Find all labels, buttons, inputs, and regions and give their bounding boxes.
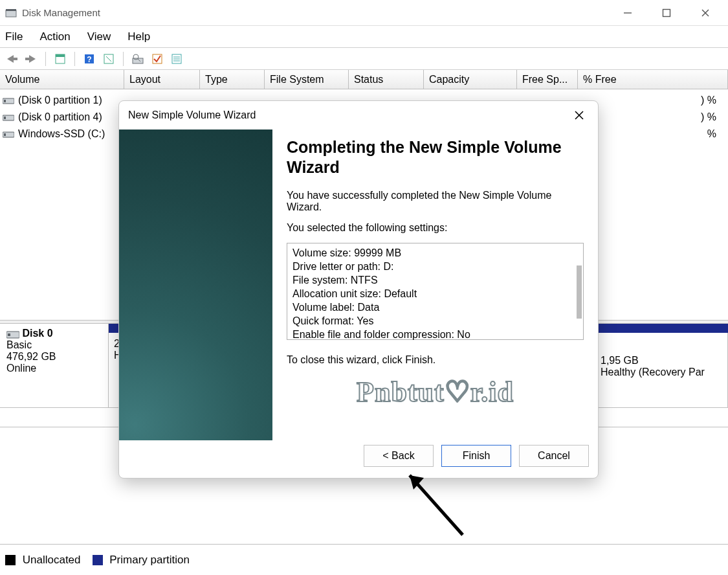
setting-line: Volume label: Data bbox=[292, 300, 578, 314]
partition-size-hint: 2 bbox=[114, 338, 115, 350]
col-filesystem[interactable]: File System bbox=[265, 70, 349, 89]
app-icon bbox=[5, 7, 17, 19]
window-controls bbox=[617, 2, 723, 24]
partition-status: Healthy (Recovery Par bbox=[601, 366, 722, 378]
drive-icon bbox=[3, 130, 14, 139]
svg-rect-0 bbox=[6, 10, 16, 17]
volume-pct: ) % bbox=[701, 111, 725, 123]
help-button[interactable]: ? bbox=[82, 51, 97, 67]
setting-line: Enable file and folder compression: No bbox=[292, 328, 578, 341]
volume-pct: % bbox=[707, 128, 725, 140]
toolbar-separator bbox=[74, 52, 75, 66]
disk-name: Disk 0 bbox=[22, 328, 52, 339]
partition-size: 1,95 GB bbox=[601, 355, 722, 366]
disk-info[interactable]: Disk 0 Basic 476,92 GB Online bbox=[0, 324, 109, 407]
disk-size: 476,92 GB bbox=[6, 351, 102, 363]
setting-line: Quick format: Yes bbox=[292, 314, 578, 328]
wizard-title: New Simple Volume Wizard bbox=[128, 109, 256, 121]
drive-icon bbox=[3, 113, 14, 122]
disk-icon bbox=[6, 329, 19, 339]
scrollbar-thumb[interactable] bbox=[577, 265, 582, 319]
properties-button[interactable] bbox=[52, 51, 68, 67]
wizard-close-button[interactable] bbox=[569, 106, 589, 125]
legend: Unallocated Primary partition bbox=[0, 544, 728, 575]
wizard-close-hint: To close this wizard, click Finish. bbox=[287, 354, 584, 366]
menu-help[interactable]: Help bbox=[127, 30, 150, 43]
col-freespace[interactable]: Free Sp... bbox=[517, 70, 578, 89]
wizard-success-text: You have successfully completed the New … bbox=[287, 190, 584, 213]
minimize-button[interactable] bbox=[617, 2, 639, 24]
svg-rect-22 bbox=[4, 100, 6, 102]
partition-cell[interactable]: 1,95 GB Healthy (Recovery Par bbox=[595, 324, 728, 407]
rescan-button[interactable] bbox=[130, 51, 146, 67]
wizard-heading: Completing the New Simple Volume Wizard bbox=[287, 137, 584, 178]
volume-name: (Disk 0 partition 4) bbox=[18, 111, 102, 123]
menu-view[interactable]: View bbox=[87, 30, 111, 43]
annotation-arrow-icon bbox=[398, 464, 476, 541]
menu-file[interactable]: File bbox=[5, 30, 23, 43]
col-layout[interactable]: Layout bbox=[124, 70, 200, 89]
column-headers: Volume Layout Type File System Status Ca… bbox=[0, 70, 728, 89]
svg-rect-9 bbox=[56, 54, 65, 57]
wizard-titlebar: New Simple Volume Wizard bbox=[119, 101, 598, 130]
watermark: Pnbtut♡r.id bbox=[287, 375, 584, 409]
toolbar: ? bbox=[0, 48, 728, 70]
toolbar-separator bbox=[123, 52, 124, 66]
drive-icon bbox=[3, 96, 14, 105]
setting-line: File system: NTFS bbox=[292, 273, 578, 287]
col-capacity[interactable]: Capacity bbox=[424, 70, 517, 89]
partition-status-hint: H bbox=[114, 350, 115, 361]
legend-primary: Primary partition bbox=[93, 554, 190, 567]
svg-rect-7 bbox=[25, 58, 30, 60]
check-button[interactable] bbox=[149, 51, 165, 67]
svg-rect-26 bbox=[4, 133, 6, 136]
swatch-unallocated-icon bbox=[5, 555, 16, 565]
legend-unallocated: Unallocated bbox=[5, 554, 81, 567]
setting-line: Allocation unit size: Default bbox=[292, 287, 578, 300]
svg-rect-24 bbox=[4, 117, 6, 119]
wizard-selected-intro: You selected the following settings: bbox=[287, 222, 584, 234]
refresh-button[interactable] bbox=[101, 51, 116, 67]
svg-rect-1 bbox=[6, 9, 16, 11]
wizard-dialog: New Simple Volume Wizard Completing the … bbox=[118, 100, 599, 479]
svg-rect-6 bbox=[12, 58, 17, 60]
wizard-footer: < Back Finish Cancel bbox=[119, 440, 598, 478]
col-pctfree[interactable]: % Free bbox=[578, 70, 728, 89]
setting-line: Drive letter or path: D: bbox=[292, 260, 578, 273]
window-title: Disk Management bbox=[22, 7, 100, 18]
col-volume[interactable]: Volume bbox=[0, 70, 124, 89]
svg-text:?: ? bbox=[87, 55, 91, 64]
disk-status: Online bbox=[6, 363, 102, 374]
menubar: File Action View Help bbox=[0, 26, 728, 48]
svg-rect-3 bbox=[663, 9, 670, 16]
swatch-primary-icon bbox=[93, 555, 103, 565]
back-button[interactable] bbox=[4, 51, 19, 67]
disk-type: Basic bbox=[6, 339, 102, 351]
col-status[interactable]: Status bbox=[349, 70, 424, 89]
volume-pct: ) % bbox=[701, 95, 725, 106]
maximize-button[interactable] bbox=[656, 2, 678, 24]
close-button[interactable] bbox=[694, 2, 716, 24]
cancel-button[interactable]: Cancel bbox=[519, 445, 589, 467]
toolbar-separator bbox=[45, 52, 46, 66]
volume-name: Windows-SSD (C:) bbox=[18, 128, 105, 140]
wizard-content: Completing the New Simple Volume Wizard … bbox=[272, 130, 598, 440]
forward-button[interactable] bbox=[23, 51, 39, 67]
list-button[interactable] bbox=[169, 51, 184, 67]
svg-rect-28 bbox=[8, 333, 10, 336]
titlebar: Disk Management bbox=[0, 0, 728, 26]
setting-line: Volume size: 99999 MB bbox=[292, 246, 578, 260]
legend-primary-label: Primary partition bbox=[109, 554, 190, 566]
menu-action[interactable]: Action bbox=[39, 30, 70, 43]
col-type[interactable]: Type bbox=[200, 70, 265, 89]
legend-unallocated-label: Unallocated bbox=[23, 554, 81, 566]
wizard-body: Completing the New Simple Volume Wizard … bbox=[119, 130, 598, 440]
wizard-banner bbox=[119, 130, 272, 440]
volume-name: (Disk 0 partition 1) bbox=[18, 95, 102, 106]
wizard-settings-list[interactable]: Volume size: 99999 MB Drive letter or pa… bbox=[287, 243, 584, 340]
